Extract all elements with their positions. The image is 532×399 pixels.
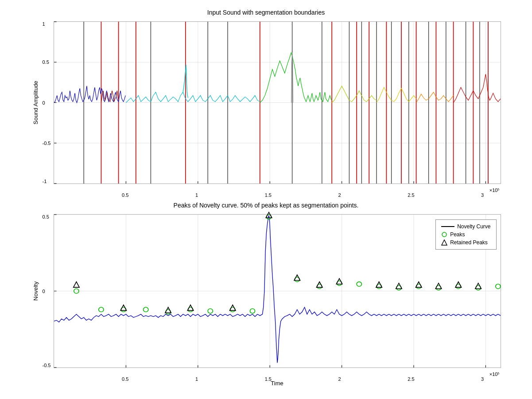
bottom-chart-svg	[54, 215, 501, 368]
bottom-x10-label: ×10⁵	[489, 372, 500, 377]
svg-marker-84	[165, 307, 171, 313]
bottom-chart-panel: Peaks of Novelty curve. 50% of peaks kep…	[23, 202, 510, 390]
bottom-y-axis-label: Novelty	[32, 282, 39, 301]
top-x-tick-05: 0.5	[122, 192, 128, 198]
top-y-tick-4: -0.5	[43, 141, 51, 146]
bottom-chart-title: Peaks of Novelty curve. 50% of peaks kep…	[23, 202, 510, 209]
svg-point-67	[208, 309, 213, 313]
top-x-tick-25: 2.5	[408, 192, 414, 198]
legend-label-retained-peaks: Retained Peaks	[450, 239, 488, 246]
legend-label-peaks: Peaks	[450, 231, 465, 238]
svg-point-69	[250, 309, 255, 313]
top-y-tick-2: 0.5	[43, 59, 49, 65]
legend-item-novelty-curve: Novelty Curve	[441, 223, 490, 230]
top-chart-panel: Input Sound with segmentation boundaries…	[23, 9, 510, 197]
top-x-tick-1: 1	[195, 192, 198, 198]
svg-point-81	[495, 284, 500, 289]
bottom-y-tick-1: 0.5	[43, 214, 49, 219]
svg-marker-107	[442, 240, 447, 245]
top-plot-area: 0.5 1 1.5 2 2.5 3 ×10⁵	[54, 21, 501, 184]
top-x-tick-2: 2	[338, 192, 341, 198]
bottom-y-tick-3: -0.5	[43, 363, 51, 368]
top-y-axis-label: Sound Amplitude	[32, 81, 39, 124]
bottom-plot-area: 0.5 1 1.5 2 2.5 3 ×10⁵	[54, 214, 501, 368]
svg-marker-94	[435, 283, 441, 289]
novelty-curve-line-icon	[441, 226, 454, 227]
svg-point-74	[357, 282, 361, 286]
bottom-y-tick-2: 0	[43, 289, 45, 294]
svg-marker-95	[455, 282, 461, 288]
top-chart-svg	[54, 22, 501, 184]
svg-marker-96	[475, 283, 481, 289]
top-y-tick-5: -1	[43, 179, 47, 184]
bottom-y-ticks: 0.5 0 -0.5	[43, 214, 52, 368]
svg-point-62	[98, 307, 103, 312]
top-chart-title: Input Sound with segmentation boundaries	[23, 9, 510, 16]
retained-peaks-triangle-icon	[441, 239, 447, 246]
svg-marker-85	[187, 305, 193, 311]
svg-marker-91	[376, 282, 381, 288]
svg-point-106	[442, 232, 447, 237]
svg-marker-86	[229, 305, 235, 311]
svg-marker-93	[416, 282, 421, 288]
bottom-x-axis-label: Time	[54, 380, 501, 387]
legend-item-retained-peaks: Retained Peaks	[441, 239, 490, 246]
legend-item-peaks: Peaks	[441, 231, 490, 238]
svg-point-64	[143, 307, 148, 312]
top-y-tick-3: 0	[43, 100, 45, 106]
svg-marker-83	[120, 305, 126, 311]
svg-marker-90	[336, 278, 342, 284]
top-x-tick-3: 3	[481, 192, 484, 198]
svg-marker-92	[396, 283, 401, 289]
legend-box: Novelty Curve Peaks Retained Peaks	[435, 219, 496, 250]
top-x-tick-15: 1.5	[265, 192, 272, 198]
svg-marker-82	[73, 282, 79, 288]
top-x10-label: ×10⁵	[489, 188, 500, 193]
legend-label-novelty-curve: Novelty Curve	[457, 223, 490, 230]
svg-marker-89	[316, 282, 322, 288]
peaks-circle-icon	[441, 231, 447, 238]
top-y-ticks: 1 0.5 0 -0.5 -1	[43, 21, 52, 184]
chart-container: Input Sound with segmentation boundaries…	[23, 9, 510, 390]
top-y-tick-1: 1	[43, 21, 45, 27]
svg-marker-88	[294, 275, 300, 281]
